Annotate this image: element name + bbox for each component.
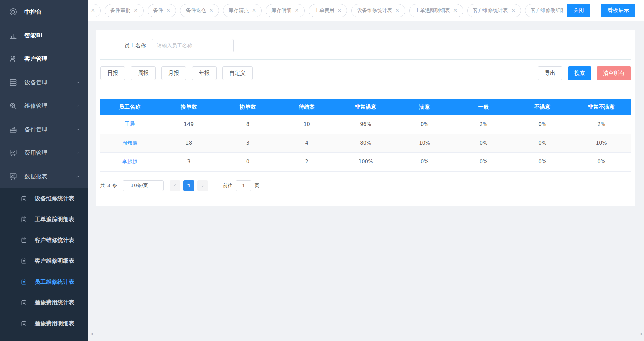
table-cell: 80% [336, 134, 395, 152]
tab-label: 备件 [153, 7, 163, 14]
page-size-value: 10条/页 [131, 183, 148, 189]
close-icon[interactable]: × [294, 8, 299, 13]
close-icon[interactable]: × [453, 8, 458, 13]
tab-label: 库存明细 [271, 7, 291, 14]
statistics-table: 员工名称接单数协单数待结案非常满意满意一般不满意非常不满意 王晨14981096… [100, 99, 631, 172]
close-icon[interactable]: × [133, 8, 138, 13]
table-cell: 8 [218, 115, 277, 134]
period-button[interactable]: 日报 [100, 66, 125, 80]
server-icon [9, 78, 18, 87]
period-button[interactable]: 自定义 [222, 66, 253, 80]
sidebar-submenu-item[interactable]: 工单追踪明细表 [0, 209, 88, 230]
close-icon[interactable]: × [91, 8, 95, 13]
table-header: 员工名称接单数协单数待结案非常满意满意一般不满意非常不满意 [100, 99, 631, 115]
close-icon[interactable]: × [511, 8, 516, 13]
sidebar-item[interactable]: 智能BI [0, 23, 88, 47]
sidebar-item-label: 设备管理 [24, 79, 47, 86]
notebook-icon [20, 278, 28, 286]
tab[interactable]: × [88, 4, 101, 17]
clear-all-button[interactable]: 清空所有 [597, 66, 631, 80]
next-page-button[interactable] [197, 180, 208, 191]
search-button[interactable]: 搜索 [568, 66, 591, 80]
table-cell: 0% [395, 115, 454, 134]
goto-label: 前往 [223, 183, 232, 189]
close-icon[interactable]: × [252, 8, 256, 13]
goto-page-input[interactable] [236, 180, 251, 191]
tab[interactable]: 库存清点× [223, 4, 262, 17]
table-cell: 100% [336, 152, 395, 171]
tab[interactable]: 工单追踪明细表× [409, 4, 463, 17]
close-tabs-button[interactable]: 关闭 [567, 4, 590, 17]
sidebar-submenu-item[interactable]: 客户维修统计表 [0, 230, 88, 250]
prev-page-button[interactable] [170, 180, 180, 191]
chart-board-icon [9, 172, 18, 181]
export-button[interactable]: 导出 [538, 66, 562, 80]
table-cell: 10 [277, 115, 336, 134]
column-header: 非常满意 [336, 99, 395, 115]
sidebar-item[interactable]: 维修管理 [0, 94, 88, 117]
sidebar-item-label: 费用管理 [24, 149, 47, 157]
tab-label: 工单追踪明细表 [415, 7, 450, 14]
page-number-button[interactable]: 1 [183, 180, 194, 191]
period-button[interactable]: 周报 [131, 66, 156, 80]
users-icon [9, 54, 18, 63]
app-window: 中控台智能BI客户管理设备管理维修管理备件管理费用管理数据报表 设备维修统计表工… [0, 0, 644, 341]
submenu-item-label: 员工维修统计表 [35, 278, 74, 286]
table-cell: 0% [513, 134, 572, 152]
board-display-button[interactable]: 看板展示 [601, 4, 635, 17]
sidebar-submenu-item[interactable]: 设备维修统计表 [0, 188, 88, 209]
close-icon[interactable]: × [209, 8, 213, 13]
close-icon[interactable]: × [166, 8, 171, 13]
sidebar-item[interactable]: 设备管理 [0, 70, 88, 94]
employee-name-link[interactable]: 李超越 [122, 159, 137, 165]
employee-name-link[interactable]: 王晨 [125, 121, 135, 127]
sidebar: 中控台智能BI客户管理设备管理维修管理备件管理费用管理数据报表 设备维修统计表工… [0, 0, 88, 341]
employee-name-label: 员工名称 [115, 42, 146, 49]
sidebar-submenu-item[interactable]: 员工维修统计表 [0, 271, 88, 292]
tab[interactable]: 备件返仓× [180, 4, 219, 17]
sidebar-item[interactable]: 数据报表 [0, 164, 88, 188]
table-cell: 0% [513, 152, 572, 171]
notebook-icon [20, 236, 28, 244]
scroll-right-arrow-icon[interactable]: ▸ [641, 331, 643, 336]
table-cell: 3 [159, 152, 218, 171]
tab[interactable]: 备件审批× [105, 4, 144, 17]
page-suffix-label: 页 [255, 183, 259, 189]
sidebar-submenu-item[interactable]: 客户维修明细表 [0, 250, 88, 271]
sidebar-item[interactable]: 客户管理 [0, 47, 88, 70]
tab[interactable]: 设备维修统计表× [351, 4, 405, 17]
sidebar-submenu-item[interactable]: 差旅费用明细表 [0, 313, 88, 334]
scroll-left-arrow-icon[interactable]: ◂ [91, 331, 93, 336]
table-cell: 0% [395, 152, 454, 171]
employee-name-link[interactable]: 周炜鑫 [122, 140, 137, 146]
table-cell: 10% [395, 134, 454, 152]
sidebar-item[interactable]: 备件管理 [0, 117, 88, 141]
period-button[interactable]: 月报 [161, 66, 186, 80]
tab[interactable]: 客户维修明细表× [525, 4, 563, 17]
submenu-item-label: 差旅费用明细表 [35, 320, 74, 327]
report-card: 员工名称 日报周报月报年报自定义 导出 搜索 清空所有 员工名称接单数协单数待结… [96, 30, 635, 206]
close-icon[interactable]: × [337, 8, 342, 13]
tab[interactable]: 客户维修统计表× [467, 4, 521, 17]
tab[interactable]: 库存明细× [266, 4, 305, 17]
column-header: 不满意 [513, 99, 572, 115]
chart-board-icon [9, 148, 18, 157]
notebook-icon [20, 257, 28, 265]
employee-name-input[interactable] [152, 39, 234, 52]
column-header: 满意 [395, 99, 454, 115]
sidebar-menu: 中控台智能BI客户管理设备管理维修管理备件管理费用管理数据报表 [0, 0, 88, 188]
toolbar: 日报周报月报年报自定义 导出 搜索 清空所有 [100, 66, 631, 80]
sidebar-submenu: 设备维修统计表工单追踪明细表客户维修统计表客户维修明细表员工维修统计表差旅费用统… [0, 188, 88, 341]
close-icon[interactable]: × [395, 8, 399, 13]
submenu-item-label: 客户维修统计表 [35, 236, 74, 244]
period-button[interactable]: 年报 [192, 66, 217, 80]
tab[interactable]: 工单费用× [309, 4, 347, 17]
page-size-select[interactable]: 10条/页 [123, 180, 164, 191]
table-cell: 0% [513, 115, 572, 134]
tab[interactable]: 备件× [148, 4, 176, 17]
column-header: 待结案 [277, 99, 336, 115]
sidebar-item[interactable]: 费用管理 [0, 141, 88, 164]
sidebar-submenu-item[interactable]: 差旅费用统计表 [0, 292, 88, 313]
sidebar-item[interactable]: 中控台 [0, 0, 88, 23]
content-area: 员工名称 日报周报月报年报自定义 导出 搜索 清空所有 员工名称接单数协单数待结… [88, 21, 644, 331]
